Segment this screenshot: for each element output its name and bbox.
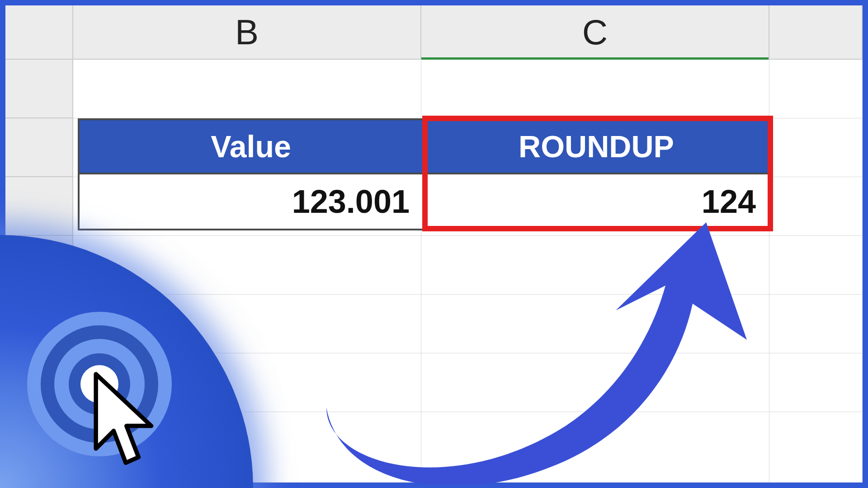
cell[interactable] — [769, 236, 863, 295]
row-header[interactable] — [5, 236, 73, 295]
select-all-corner[interactable] — [5, 5, 73, 60]
cell[interactable] — [769, 60, 863, 118]
cell[interactable] — [73, 295, 421, 353]
cell[interactable] — [73, 60, 421, 118]
cell[interactable] — [769, 353, 863, 412]
example-table: Value ROUNDUP 123.001 124 — [78, 118, 770, 230]
cell[interactable] — [421, 60, 769, 118]
cell[interactable] — [769, 118, 863, 177]
cell[interactable] — [421, 353, 769, 412]
cell[interactable] — [769, 295, 863, 353]
header-roundup: ROUNDUP — [424, 120, 769, 174]
cell[interactable] — [73, 353, 421, 412]
table-data-row: 123.001 124 — [80, 174, 769, 229]
row-header[interactable] — [5, 412, 73, 483]
grid-row — [5, 353, 863, 412]
cell[interactable] — [769, 412, 863, 483]
grid-row — [5, 295, 863, 353]
header-value: Value — [80, 120, 424, 174]
cell[interactable] — [769, 177, 863, 236]
spreadsheet-grid: B C — [5, 5, 863, 483]
cell[interactable] — [73, 412, 421, 483]
column-header-c[interactable]: C — [421, 5, 769, 60]
table-header-row: Value ROUNDUP — [80, 120, 769, 174]
row-header[interactable] — [5, 118, 73, 177]
row-header[interactable] — [5, 353, 73, 412]
cell[interactable] — [421, 412, 769, 483]
app-frame: B C — [0, 0, 868, 488]
cell-value-input[interactable]: 123.001 — [80, 174, 424, 229]
column-header-b[interactable]: B — [73, 5, 421, 60]
row-header[interactable] — [5, 60, 73, 118]
cell[interactable] — [421, 236, 769, 295]
row-header[interactable] — [5, 295, 73, 353]
cell[interactable] — [421, 295, 769, 353]
grid-row — [5, 60, 863, 118]
cell-roundup-result[interactable]: 124 — [424, 174, 769, 229]
grid-row — [5, 236, 863, 295]
row-header[interactable] — [5, 177, 73, 236]
cell[interactable] — [73, 236, 421, 295]
column-header-row: B C — [5, 5, 863, 60]
grid-row — [5, 412, 863, 483]
column-header-next[interactable] — [769, 5, 863, 60]
